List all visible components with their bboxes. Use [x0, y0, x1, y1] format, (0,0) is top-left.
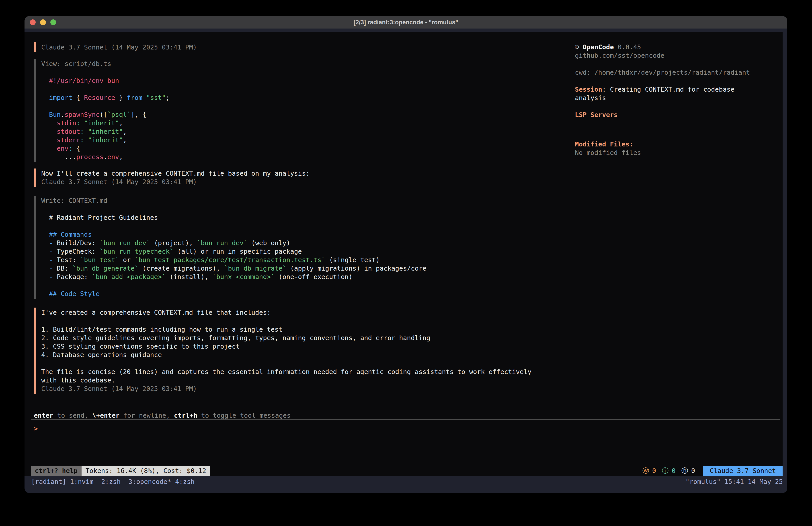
text-segment: spawnSync — [64, 111, 100, 118]
terminal-line: # Radiant Project Guidelines — [41, 213, 426, 222]
titlebar: [2/3] radiant:3:opencode - "romulus" — [25, 16, 787, 29]
text-segment — [41, 231, 49, 238]
maximize-button[interactable] — [50, 19, 56, 25]
terminal-line — [575, 77, 781, 85]
text-segment: The file is concise (20 lines) and captu… — [41, 368, 532, 375]
text-segment — [41, 77, 49, 84]
terminal-line — [41, 359, 532, 368]
text-segment: or — [119, 256, 134, 264]
terminal-line: #!/usr/bin/env bun — [41, 76, 170, 85]
terminal-line: Modified Files: — [575, 140, 781, 148]
diagnostics: ⓦ 0 ⓘ 0 ⓗ 0 — [637, 466, 695, 475]
warning-circle-icon: ⓦ — [642, 466, 649, 475]
terminal-line — [575, 102, 781, 111]
sidebar-modified-files: Modified Files:No modified files — [575, 140, 781, 157]
terminal-line: ## Code Style — [41, 289, 426, 298]
diagnostic-hints: ⓗ 0 — [681, 466, 695, 475]
terminal-line: stdout: "inherit", — [41, 127, 170, 136]
terminal-line: Write: CONTEXT.md — [41, 196, 426, 205]
text-segment: `bun run dev` — [197, 239, 247, 247]
help-chip: ctrl+? help — [31, 466, 82, 475]
text-segment: Bun — [49, 111, 61, 118]
minimize-button[interactable] — [40, 19, 46, 25]
text-segment: - — [49, 247, 57, 255]
terminal-line: Now I'll create a comprehensive CONTEXT.… — [41, 169, 310, 177]
text-segment — [41, 119, 57, 127]
text-segment — [41, 256, 49, 264]
tmux-session-clock: "romulus" 15:41 14-May-25 — [686, 478, 783, 486]
text-segment: (install), — [166, 273, 213, 281]
text-segment: "inherit" — [88, 128, 123, 135]
text-segment: (apply migrations) in packages/core — [286, 265, 426, 272]
text-segment: : Creating CONTEXT.md for codebase — [602, 86, 735, 93]
text-segment: `bun run dev` — [100, 239, 150, 247]
text-segment: (project), — [150, 239, 197, 247]
text-segment — [41, 136, 57, 144]
text-segment — [84, 136, 88, 144]
text-segment: process — [76, 153, 103, 161]
terminal-line — [41, 317, 532, 325]
text-segment: } — [115, 94, 127, 101]
text-segment: "sst" — [146, 94, 165, 101]
text-segment: (create migrations), — [139, 265, 224, 272]
text-segment: "inherit" — [88, 136, 123, 144]
text-segment: TypeCheck: — [57, 247, 100, 255]
terminal-line: - TypeCheck: `bun run typecheck` (all) o… — [41, 247, 426, 256]
terminal-line: 3. CSS styling conventions specific to t… — [41, 342, 532, 351]
message-assistant-3: I've created a comprehensive CONTEXT.md … — [34, 308, 532, 394]
text-segment: , — [119, 153, 123, 161]
text-segment: OpenCode — [583, 43, 614, 51]
text-segment: `bun db migrate` — [224, 265, 286, 272]
text-segment: 2. Code style guidelines covering import… — [41, 334, 430, 342]
text-segment: from — [127, 94, 142, 101]
tmux-status-bar: [radiant] 1:nvim 2:zsh- 3:opencode* 4:zs… — [25, 476, 787, 493]
message-input[interactable]: > — [34, 424, 778, 435]
text-segment: stderr — [57, 136, 80, 144]
text-segment: LSP Servers — [575, 111, 618, 118]
terminal-line: 2. Code style guidelines covering import… — [41, 333, 532, 342]
text-segment: { — [72, 94, 84, 101]
text-segment: - — [49, 273, 57, 281]
terminal-line — [575, 60, 781, 68]
terminal-line: Bun.spawnSync([`psql`], { — [41, 110, 170, 119]
terminal-line: ## Commands — [41, 230, 426, 239]
terminal-line: - Test: `bun test` or `bun test packages… — [41, 256, 426, 264]
terminal-line: The file is concise (20 lines) and captu… — [41, 368, 532, 376]
text-segment: - — [49, 265, 57, 272]
text-segment: Package: — [57, 273, 92, 281]
text-segment: . — [61, 111, 64, 118]
text-segment: for newline, — [119, 412, 174, 419]
text-segment: with this codebase. — [41, 376, 115, 384]
text-segment: ([ — [100, 111, 107, 118]
text-segment: . — [103, 153, 107, 161]
close-button[interactable] — [30, 19, 36, 25]
text-segment: , — [123, 128, 127, 135]
text-segment: (single test) — [325, 256, 380, 264]
text-segment: `bun run typecheck` — [100, 247, 174, 255]
text-segment: stdout — [57, 128, 80, 135]
tool-write-block: Write: CONTEXT.md # Radiant Project Guid… — [34, 196, 426, 299]
text-segment — [142, 94, 146, 101]
text-segment: import — [49, 94, 72, 101]
terminal-line: stdin: "inherit", — [41, 119, 170, 127]
hint-count: 0 — [691, 467, 695, 474]
tmux-window-list: [radiant] 1:nvim 2:zsh- 3:opencode* 4:zs… — [31, 478, 194, 486]
text-segment: (all) or run in specific package — [174, 247, 302, 255]
text-segment: View: script/db.ts — [41, 60, 111, 68]
terminal-window: [2/3] radiant:3:opencode - "romulus" Cla… — [25, 16, 787, 493]
text-segment: Claude 3.7 Sonnet (14 May 2025 03:41 PM) — [41, 385, 197, 393]
info-circle-icon: ⓘ — [662, 466, 668, 475]
terminal-line — [41, 102, 170, 110]
terminal-line: ...process.env, — [41, 153, 170, 161]
terminal-line — [41, 205, 426, 213]
model-chip[interactable]: Claude 3.7 Sonnet — [703, 466, 783, 475]
text-segment: to send, — [53, 412, 92, 419]
terminal-line — [41, 68, 170, 76]
terminal-line: Claude 3.7 Sonnet (14 May 2025 03:41 PM) — [41, 384, 532, 393]
text-segment: 1. Build/lint/test commands including ho… — [41, 326, 282, 333]
terminal-line: Claude 3.7 Sonnet (14 May 2025 03:41 PM) — [41, 43, 197, 52]
text-segment — [41, 111, 49, 118]
diagnostic-warnings: ⓦ 0 — [642, 466, 656, 475]
text-segment: `bun test packages/core/test/transaction… — [134, 256, 325, 264]
terminal-line: - Package: `bun add <package>` (install)… — [41, 273, 426, 281]
